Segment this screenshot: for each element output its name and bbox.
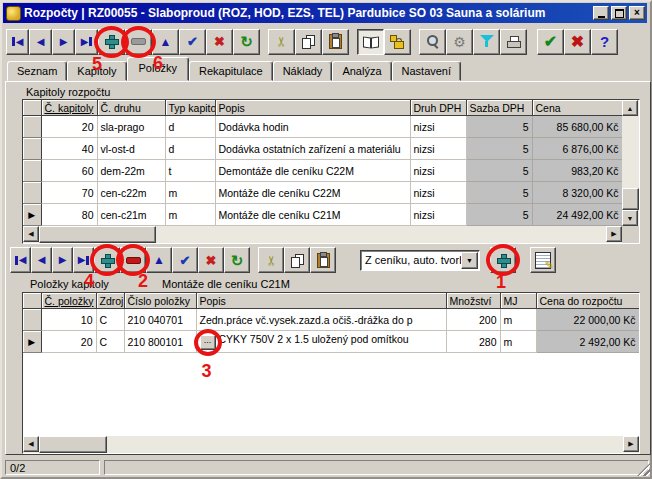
filter-button[interactable] [473, 29, 500, 55]
grid-cell[interactable]: nizsi [410, 204, 466, 226]
last-record-button[interactable]: ▶ [75, 29, 98, 55]
grid-cell[interactable]: 60 [41, 160, 97, 182]
first-record-button[interactable]: ◀ [6, 29, 29, 55]
refresh-items-button[interactable]: ↻ [224, 247, 250, 273]
header-cislo-polozky[interactable]: Číslo položky [124, 293, 196, 309]
header-cena-do-rozpoctu[interactable]: Cena do rozpočtu [536, 293, 639, 309]
row-selector[interactable] [23, 160, 41, 182]
tab-naklady[interactable]: Náklady [273, 61, 333, 81]
combo-dropdown-button[interactable]: ▼ [461, 252, 478, 269]
tab-kapitoly[interactable]: Kapitoly [67, 61, 126, 81]
next-item-button[interactable]: ▶ [52, 247, 73, 273]
table-row[interactable]: 10 C 210 040701 Zedn.práce vč.vysek.zazd… [23, 309, 639, 331]
grid-cell[interactable]: 2 492,00 Kč [536, 331, 639, 353]
grid-cell[interactable]: Montáže dle ceníku C22M [215, 182, 410, 204]
tab-rekapitulace[interactable]: Rekapitulace [189, 61, 273, 81]
grid-cell[interactable]: dem-22m [97, 160, 165, 182]
header-mj[interactable]: MJ [500, 293, 536, 309]
header-popis[interactable]: Popis [196, 293, 446, 309]
post-edit-button[interactable]: ✔ [179, 29, 206, 55]
grid-cell[interactable]: cen-c21m [97, 204, 165, 226]
tab-polozky[interactable]: Položky [127, 57, 190, 81]
edit-form-button[interactable]: ✎ [530, 247, 556, 273]
grid-cell[interactable]: nizsi [410, 138, 466, 160]
header-druh-dph[interactable]: Druh DPH [410, 100, 466, 116]
grid-cell[interactable]: 5 [466, 116, 532, 138]
settings-button[interactable]: ⚙ [446, 29, 473, 55]
copy-button[interactable] [295, 29, 322, 55]
paste-item-button[interactable] [310, 247, 336, 273]
prior-record-button[interactable]: ◀ [29, 29, 52, 55]
grid-cell[interactable]: C [96, 309, 124, 331]
cut-button[interactable]: ✂ [268, 29, 295, 55]
grid-cell[interactable]: 40 [41, 138, 97, 160]
grid-cell[interactable]: 85 680,00 Kč [532, 116, 622, 138]
grid-cell[interactable]: 22 000,00 Kč [536, 309, 639, 331]
scroll-left-button[interactable]: ◀ [23, 226, 39, 242]
grid-cell[interactable]: 6 876,00 Kč [532, 138, 622, 160]
row-selector-current[interactable]: ▶ [23, 204, 41, 226]
prior-item-button[interactable]: ◀ [31, 247, 52, 273]
grid-cell[interactable]: 210 040701 [124, 309, 196, 331]
scroll-right-button[interactable]: ▶ [623, 436, 639, 452]
table-row[interactable]: 20 sla-prago d Dodávka hodin nizsi 5 85 … [23, 116, 622, 138]
grid-cell[interactable]: Dodávka hodin [215, 116, 410, 138]
header-mnozstvi[interactable]: Množství [446, 293, 500, 309]
paste-button[interactable] [322, 29, 349, 55]
grid-cell[interactable]: 80 [41, 204, 97, 226]
grid-cell-popis[interactable]: ... 3 CYKY 750V 2 x 1.5 uložený pod omít… [196, 331, 446, 353]
grid-cell[interactable]: Demontáže dle ceníku C22M [215, 160, 410, 182]
header-c-kapitoly[interactable]: Č. kapitoly [41, 100, 97, 116]
table-row[interactable]: 70 cen-c22m m Montáže dle ceníku C22M ni… [23, 182, 622, 204]
grid-cell[interactable]: Dodávka ostatních zařízení a materiálu [215, 138, 410, 160]
copy-item-button[interactable] [284, 247, 310, 273]
tab-analyza[interactable]: Analýza [332, 61, 391, 81]
grid-cell[interactable]: 280 [446, 331, 500, 353]
edit-record-button[interactable]: ▲ [152, 29, 179, 55]
scroll-up-button[interactable]: ▲ [622, 100, 638, 116]
scroll-right-button[interactable]: ▶ [606, 226, 622, 242]
refresh-button[interactable]: ↻ [233, 29, 260, 55]
header-c-druhu[interactable]: Č. druhu [97, 100, 165, 116]
next-record-button[interactable]: ▶ [52, 29, 75, 55]
delete-chapter-button[interactable] [125, 29, 152, 55]
grid-cell[interactable]: nizsi [410, 116, 466, 138]
print-button[interactable] [500, 29, 527, 55]
lock-records-button[interactable] [384, 29, 411, 55]
ok-button[interactable]: ✔ [537, 29, 564, 55]
grid-cell[interactable]: sla-prago [97, 116, 165, 138]
grid-cell[interactable]: 20 [41, 116, 97, 138]
grid-cell[interactable]: 210 800101 [124, 331, 196, 353]
grid-cell[interactable]: 5 [466, 160, 532, 182]
grid-cell[interactable]: 8 320,00 Kč [532, 182, 622, 204]
grid-cell[interactable]: 70 [41, 182, 97, 204]
grid-cell[interactable]: m [165, 204, 215, 226]
row-selector[interactable] [23, 138, 41, 160]
grid-cell[interactable]: C [96, 331, 124, 353]
grid-cell[interactable]: Zedn.práce vč.vysek.zazd.a očiš.-drážka … [196, 309, 446, 331]
search-button[interactable] [419, 29, 446, 55]
scrollbar-thumb[interactable] [39, 436, 107, 453]
row-selector[interactable] [23, 309, 41, 331]
minimize-button[interactable] [593, 6, 609, 20]
cut-item-button[interactable]: ✂ [258, 247, 284, 273]
scroll-left-button[interactable]: ◀ [23, 436, 39, 452]
tab-seznam[interactable]: Seznam [7, 61, 67, 81]
grid-cell[interactable]: m [500, 331, 536, 353]
row-selector[interactable] [23, 116, 41, 138]
delete-item-button[interactable] [120, 247, 146, 273]
grid-cell[interactable]: m [165, 182, 215, 204]
item-source-select[interactable]: Z ceníku, auto. tvorb ▼ [360, 250, 480, 271]
grid-cell[interactable]: nizsi [410, 182, 466, 204]
grid-cell[interactable]: 5 [466, 204, 532, 226]
first-item-button[interactable]: ◀ [10, 247, 31, 273]
cancel-button[interactable]: ✖ [564, 29, 591, 55]
table-row[interactable]: 40 vl-ost-d d Dodávka ostatních zařízení… [23, 138, 622, 160]
row-selector[interactable] [23, 182, 41, 204]
grid-cell[interactable]: m [500, 309, 536, 331]
grid-cell[interactable]: 24 492,00 Kč [532, 204, 622, 226]
edit-item-button[interactable]: ▲ [146, 247, 172, 273]
close-button[interactable]: × [629, 6, 645, 20]
header-typ-kapitoly[interactable]: Typ kapitoly [165, 100, 215, 116]
insert-item-button[interactable] [94, 247, 120, 273]
